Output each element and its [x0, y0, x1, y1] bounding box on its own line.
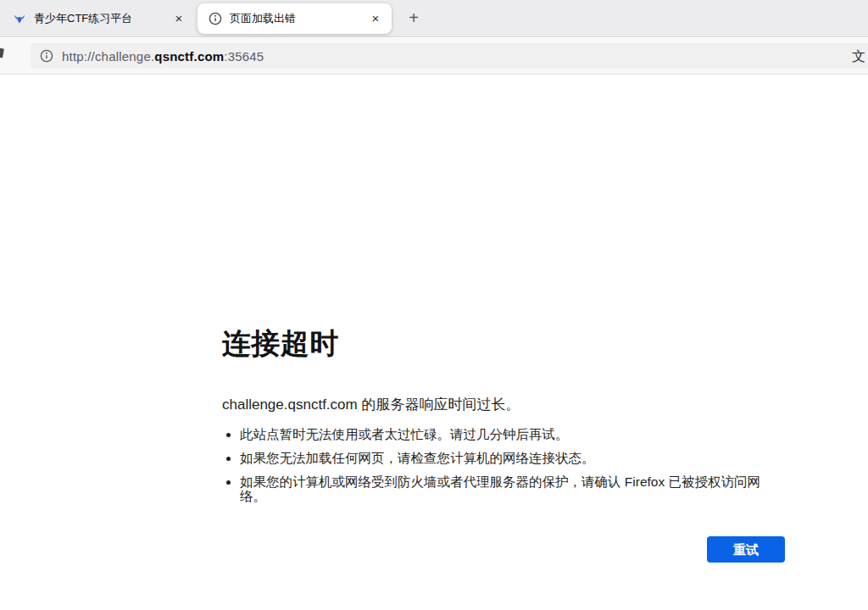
- tab-close-icon[interactable]: ×: [170, 9, 188, 28]
- error-message: challenge.qsnctf.com 的服务器响应时间过长。: [222, 395, 785, 414]
- retry-button-row: 重试: [222, 536, 785, 563]
- error-suggestion-list: 此站点暂时无法使用或者太过忙碌。请过几分钟后再试。 如果您无法加载任何网页，请检…: [222, 427, 785, 503]
- url-bar[interactable]: http://challenge.qsnctf.com:35645: [31, 43, 868, 69]
- url-domain: qsnctf.com: [154, 49, 224, 64]
- info-icon[interactable]: [40, 49, 53, 63]
- url-port: :35645: [224, 49, 264, 64]
- retry-button[interactable]: 重试: [707, 536, 785, 563]
- url-text: http://challenge.qsnctf.com:35645: [62, 49, 264, 64]
- ctf-platform-favicon-icon: [13, 12, 26, 25]
- tab-page-load-error[interactable]: 页面加载出错 ×: [198, 3, 392, 34]
- tab-bar: 青少年CTF练习平台 × 页面加载出错 × +: [0, 0, 868, 37]
- tab-ctf-platform[interactable]: 青少年CTF练习平台 ×: [2, 3, 195, 34]
- tab-close-icon[interactable]: ×: [366, 9, 385, 28]
- error-suggestion-item: 如果您的计算机或网络受到防火墙或者代理服务器的保护，请确认 Firefox 已被…: [240, 474, 785, 503]
- tab-title: 页面加载出错: [230, 11, 359, 26]
- url-prefix: http://challenge.: [62, 49, 154, 64]
- error-suggestion-item: 如果您无法加载任何网页，请检查您计算机的网络连接状态。: [240, 451, 785, 465]
- new-tab-button[interactable]: +: [403, 8, 425, 30]
- translate-icon[interactable]: 文: [852, 48, 865, 66]
- error-suggestion-item: 此站点暂时无法使用或者太过忙碌。请过几分钟后再试。: [240, 427, 785, 441]
- error-page: 连接超时 challenge.qsnctf.com 的服务器响应时间过长。 此站…: [222, 327, 785, 563]
- error-title: 连接超时: [222, 327, 785, 359]
- info-icon: [209, 12, 222, 25]
- clipped-left-icon: [0, 48, 4, 58]
- tab-title: 青少年CTF练习平台: [34, 11, 162, 26]
- navigation-toolbar: http://challenge.qsnctf.com:35645 文: [0, 38, 868, 75]
